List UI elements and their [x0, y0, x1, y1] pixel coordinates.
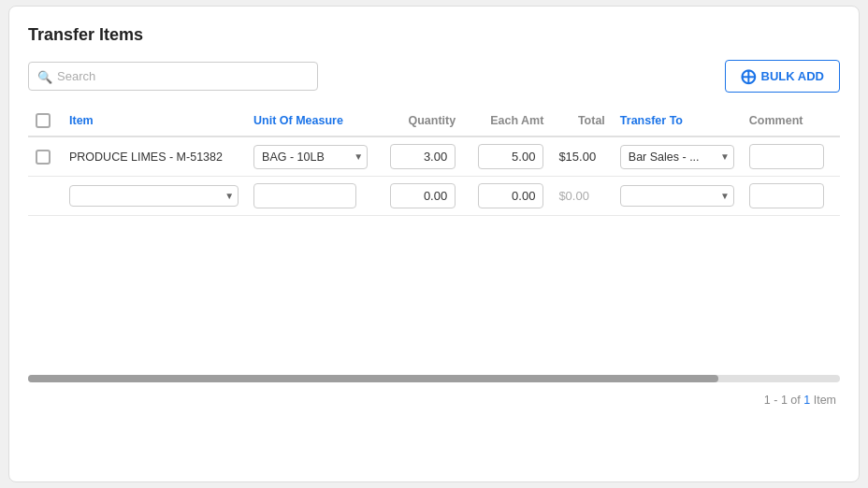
pagination-item-label: Item: [814, 394, 836, 407]
new-transfer-arrow: ▼: [720, 191, 730, 201]
row-comment-cell: [742, 136, 840, 177]
row-uom-cell: BAG - 10LB ▼: [246, 136, 375, 177]
new-item-arrow: ▼: [224, 191, 234, 201]
header-qty: Quantity: [375, 106, 463, 136]
new-table-row: ▼ $0.00: [28, 177, 840, 216]
search-icon: 🔍: [37, 69, 52, 83]
header-comment: Comment: [742, 106, 840, 136]
new-qty-input[interactable]: [390, 183, 456, 208]
header-total: Total: [551, 106, 612, 136]
transfer-items-card: Transfer Items 🔍 ⨁ BULK ADD Item Unit Of…: [8, 6, 860, 482]
bulk-add-button[interactable]: ⨁ BULK ADD: [725, 60, 840, 93]
new-row-uom: [246, 177, 375, 216]
new-row-total: $0.00: [551, 177, 612, 216]
table-header-row: Item Unit Of Measure Quantity Each Amt T…: [28, 106, 840, 136]
row-qty-cell: [375, 136, 463, 177]
header-uom: Unit Of Measure: [246, 106, 375, 136]
new-row-each: [463, 177, 551, 216]
header-item: Item: [62, 106, 246, 136]
header-check: [28, 106, 62, 136]
scrollbar-thumb[interactable]: [28, 375, 718, 382]
table-wrapper: Item Unit Of Measure Quantity Each Amt T…: [28, 106, 840, 216]
transfer-dropdown-arrow: ▼: [720, 151, 730, 162]
new-comment-input[interactable]: [749, 183, 824, 208]
uom-dropdown[interactable]: BAG - 10LB ▼: [253, 145, 368, 169]
item-name-text: PRODUCE LIMES - M-51382: [69, 151, 223, 164]
plus-icon: ⨁: [741, 67, 756, 85]
table-row: PRODUCE LIMES - M-51382 BAG - 10LB ▼: [28, 136, 840, 177]
row-each-cell: [463, 136, 551, 177]
transfer-to-dropdown[interactable]: Bar Sales - ... ▼: [620, 145, 734, 169]
page-title: Transfer Items: [28, 25, 840, 45]
new-total-value: $0.00: [558, 189, 593, 203]
bulk-add-label: BULK ADD: [761, 69, 824, 83]
each-input[interactable]: [478, 144, 543, 169]
pagination-count: 1: [803, 394, 810, 407]
new-row-comment: [742, 177, 840, 216]
new-row-qty: [375, 177, 463, 216]
total-value: $15.00: [558, 150, 600, 164]
header-each: Each Amt: [463, 106, 551, 136]
row-item-name: PRODUCE LIMES - M-51382: [62, 136, 246, 177]
transfer-to-value: Bar Sales - ...: [629, 151, 700, 164]
comment-input[interactable]: [749, 144, 824, 169]
header-transfer: Transfer To: [613, 106, 742, 136]
scrollbar-track[interactable]: [28, 375, 840, 382]
empty-area: [28, 216, 840, 366]
toolbar: 🔍 ⨁ BULK ADD: [28, 60, 840, 93]
new-uom-input[interactable]: [253, 183, 356, 208]
new-each-input[interactable]: [478, 183, 543, 208]
footer: 1 - 1 of 1 Item: [28, 390, 840, 407]
row-checkbox[interactable]: [36, 150, 51, 165]
items-table: Item Unit Of Measure Quantity Each Amt T…: [28, 106, 840, 216]
new-row-check: [28, 177, 62, 216]
row-check-cell: [28, 136, 62, 177]
row-transfer-cell: Bar Sales - ... ▼: [613, 136, 742, 177]
qty-input[interactable]: [390, 144, 456, 169]
pagination-text: 1 - 1 of 1 Item: [764, 394, 836, 407]
select-all-checkbox[interactable]: [36, 113, 51, 128]
pagination-range: 1 - 1 of: [764, 394, 801, 407]
new-row-item: ▼: [62, 177, 246, 216]
search-wrapper: 🔍: [28, 62, 318, 91]
row-total-cell: $15.00: [551, 136, 612, 177]
search-input[interactable]: [28, 62, 318, 91]
new-item-dropdown[interactable]: ▼: [69, 185, 239, 207]
uom-dropdown-arrow: ▼: [354, 151, 363, 162]
new-row-transfer: ▼: [613, 177, 742, 216]
uom-value: BAG - 10LB: [262, 151, 325, 164]
new-transfer-dropdown[interactable]: ▼: [620, 185, 734, 207]
